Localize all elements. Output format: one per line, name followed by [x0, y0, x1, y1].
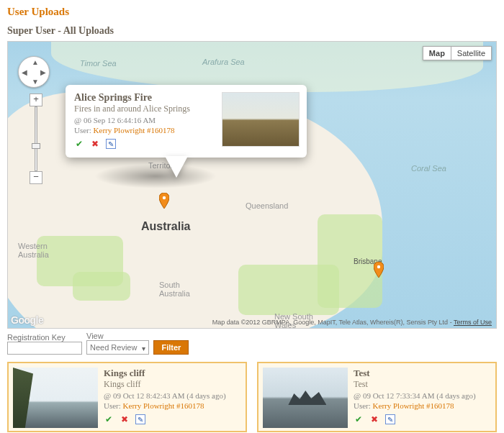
zoom-out-button[interactable]: −: [30, 171, 42, 184]
page-subtitle: Super User - All Uploads: [7, 25, 497, 37]
upload-card: Test Test @ 09 Oct 12 7:33:34 AM (4 days…: [257, 362, 497, 432]
zoom-slider-thumb[interactable]: [32, 143, 40, 149]
map-marker-brisbane[interactable]: [374, 262, 384, 278]
pan-west-button[interactable]: ◀: [22, 68, 27, 76]
card-desc: Test: [354, 379, 476, 390]
pan-south-button[interactable]: ▼: [32, 78, 39, 86]
map-type-switch: Map Satellite: [423, 46, 492, 60]
card-thumbnail[interactable]: [263, 368, 348, 428]
view-label: View: [86, 332, 149, 340]
edit-icon[interactable]: ✎: [385, 414, 395, 424]
card-desc: Kings cliff: [104, 379, 226, 390]
map-pan-control: ▲ ▼ ▶ ◀: [18, 56, 50, 88]
page-title: User Uploads: [7, 6, 497, 18]
card-user-label: User:: [354, 401, 371, 410]
card-timestamp: @ 09 Oct 12 8:42:43 AM (4 days ago): [104, 391, 226, 400]
reject-icon[interactable]: ✖: [369, 414, 379, 424]
reject-icon[interactable]: ✖: [120, 414, 130, 424]
card-title: Kings cliff: [104, 368, 226, 379]
map-infowindow: ✕ Alice Springs Fire Fires in and around…: [66, 85, 307, 158]
view-select[interactable]: Need Review: [86, 340, 149, 355]
approve-icon[interactable]: ✔: [104, 414, 114, 424]
edit-icon[interactable]: ✎: [106, 139, 116, 149]
card-user-link[interactable]: Kerry Plowright #160178: [123, 401, 204, 410]
map-attribution: Map data ©2012 GBRMPA, Google, MapIT, Te…: [212, 319, 492, 326]
map-container[interactable]: Timor Sea Arafura Sea Coral Sea Territor…: [7, 41, 497, 329]
approve-icon[interactable]: ✔: [74, 139, 84, 149]
maptype-map-button[interactable]: Map: [423, 46, 451, 60]
reject-icon[interactable]: ✖: [90, 139, 100, 149]
map-zoom-control: + −: [30, 94, 42, 184]
approve-icon[interactable]: ✔: [354, 414, 364, 424]
pan-north-button[interactable]: ▲: [32, 58, 39, 66]
card-title: Test: [354, 368, 476, 379]
card-user-label: User:: [104, 401, 121, 410]
zoom-in-button[interactable]: +: [30, 94, 42, 106]
svg-point-1: [377, 265, 380, 268]
filter-button[interactable]: Filter: [153, 340, 189, 355]
maptype-satellite-button[interactable]: Satellite: [451, 46, 492, 60]
filter-bar: Registration Key View Need Review Filter: [7, 332, 497, 355]
upload-card: Kings cliff Kings cliff @ 09 Oct 12 8:42…: [7, 362, 247, 432]
card-thumbnail[interactable]: [13, 368, 98, 428]
edit-icon[interactable]: ✎: [135, 414, 145, 424]
card-timestamp: @ 09 Oct 12 7:33:34 AM (4 days ago): [354, 391, 476, 400]
map-marker-alice-springs[interactable]: [159, 193, 169, 209]
svg-point-0: [163, 196, 166, 199]
pan-east-button[interactable]: ▶: [40, 68, 46, 76]
upload-cards: Kings cliff Kings cliff @ 09 Oct 12 8:42…: [7, 362, 497, 432]
zoom-slider-track[interactable]: [35, 106, 37, 171]
infowindow-user-link[interactable]: Kerry Plowright #160178: [94, 126, 175, 135]
card-user-link[interactable]: Kerry Plowright #160178: [373, 401, 454, 410]
infowindow-thumbnail[interactable]: [222, 92, 300, 147]
infowindow-user-label: User:: [74, 126, 91, 135]
registration-key-input[interactable]: [7, 342, 82, 355]
google-logo: Google: [11, 314, 43, 326]
terms-link[interactable]: Terms of Use: [454, 319, 492, 326]
regkey-label: Registration Key: [7, 333, 82, 342]
